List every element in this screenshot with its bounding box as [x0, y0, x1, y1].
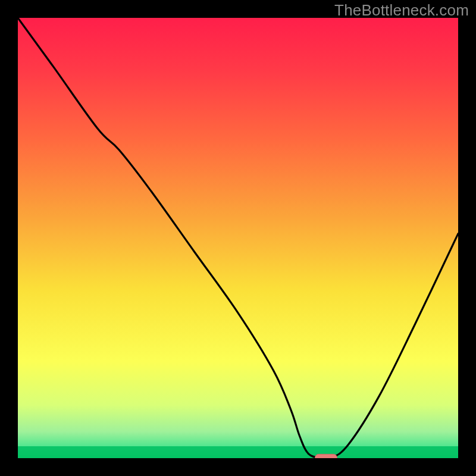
chart-svg: [18, 18, 458, 458]
watermark-text: TheBottleneck.com: [334, 1, 469, 20]
plot-area: [18, 18, 458, 458]
chart-container: TheBottleneck.com: [0, 0, 476, 476]
optimal-point-marker: [315, 454, 337, 458]
gradient-background: [18, 18, 458, 458]
green-baseline-band: [18, 446, 458, 458]
